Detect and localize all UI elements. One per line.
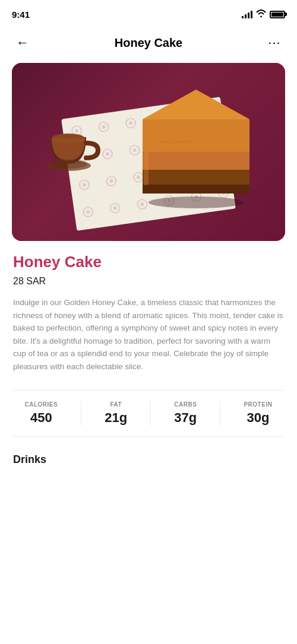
page-title: Honey Cake — [115, 36, 183, 50]
fat-value: 21g — [105, 410, 127, 426]
calories-label: CALORIES — [25, 401, 58, 408]
carbs-label: CARBS — [174, 401, 197, 408]
nutrition-row: CALORIES 450 FAT 21g CARBS 37g PROTEIN 3… — [13, 390, 284, 437]
nutrition-calories: CALORIES 450 — [25, 401, 58, 426]
svg-point-6 — [148, 196, 244, 208]
nutrition-divider-1 — [81, 401, 81, 426]
more-options-button[interactable]: ··· — [264, 32, 285, 53]
svg-point-5 — [46, 160, 91, 171]
nutrition-fat: FAT 21g — [105, 401, 127, 426]
carbs-value: 37g — [174, 410, 197, 426]
wifi-icon — [256, 9, 266, 19]
signal-icon — [242, 10, 252, 18]
nutrition-divider-2 — [150, 401, 151, 426]
back-button[interactable]: ← — [12, 32, 33, 53]
status-bar: 9:41 — [0, 0, 297, 26]
food-image — [12, 63, 285, 241]
fat-label: FAT — [110, 401, 122, 408]
page-header: ← Honey Cake ··· — [0, 26, 297, 63]
battery-icon — [270, 11, 285, 18]
food-description: Indulge in our Golden Honey Cake, a time… — [13, 296, 284, 373]
protein-label: PROTEIN — [244, 401, 272, 408]
food-title: Honey Cake — [13, 253, 284, 271]
status-icons — [242, 9, 285, 19]
nutrition-protein: PROTEIN 30g — [244, 401, 272, 426]
drinks-section-title: Drinks — [13, 453, 284, 466]
nutrition-divider-3 — [220, 401, 220, 426]
food-price: 28 SAR — [13, 276, 284, 287]
status-time: 9:41 — [12, 9, 30, 20]
nutrition-carbs: CARBS 37g — [174, 401, 197, 426]
calories-value: 450 — [30, 410, 52, 426]
protein-value: 30g — [247, 410, 269, 426]
food-content: Honey Cake 28 SAR Indulge in our Golden … — [0, 241, 297, 466]
